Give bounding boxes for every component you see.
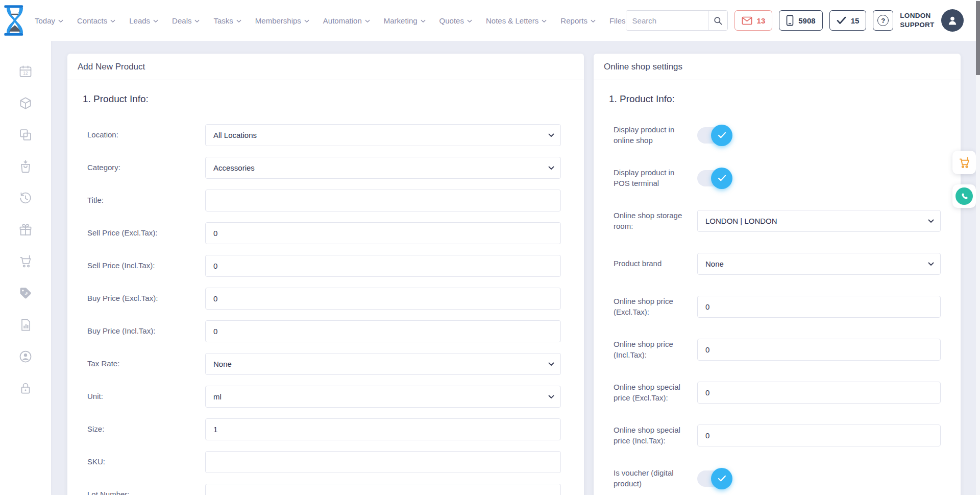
category-select[interactable]: Accessories: [205, 157, 561, 179]
help-button[interactable]: ?: [873, 10, 893, 31]
form-row-is-voucher-digital-product: Is voucher (digital product): [614, 467, 943, 489]
sell-price-excl-tax-input[interactable]: [205, 222, 561, 244]
field-label: Title:: [87, 195, 205, 205]
nav-item-marketing[interactable]: Marketing: [384, 16, 426, 25]
history-icon[interactable]: [18, 191, 33, 205]
nav-item-tasks[interactable]: Tasks: [213, 16, 241, 25]
online-shop-special-price-excl-tax-input[interactable]: [697, 382, 941, 404]
field-label: Location:: [87, 130, 205, 140]
user-name: LONDON SUPPORT: [900, 11, 934, 29]
check-icon: [718, 475, 726, 482]
check-icon: [718, 132, 726, 138]
nav-item-leads[interactable]: Leads: [129, 16, 158, 25]
nav-item-files[interactable]: Files: [609, 16, 626, 25]
size-input[interactable]: [205, 418, 561, 440]
nav-item-label: Memberships: [255, 16, 301, 25]
scrollbar-thumb[interactable]: [976, 1, 980, 75]
is-voucher-digital-product-toggle[interactable]: [697, 470, 731, 487]
phone-call-button[interactable]: [952, 184, 976, 208]
nav-item-memberships[interactable]: Memberships: [255, 16, 309, 25]
report-icon[interactable]: [18, 318, 33, 332]
nav-item-label: Today: [35, 16, 55, 25]
chevron-down-icon: [591, 19, 596, 23]
form-row-lot-number: Lot Number:: [87, 484, 567, 495]
cart-icon[interactable]: [18, 254, 33, 269]
chevron-down-icon: [236, 19, 241, 23]
form-row-display-product-in-pos-terminal: Display product in POS terminal: [614, 167, 943, 189]
lot-number-input[interactable]: [205, 484, 561, 495]
tasks-count: 15: [851, 16, 860, 25]
form-row-location: Location:All Locations: [87, 124, 567, 146]
chevron-down-icon: [58, 19, 63, 23]
buy-price-excl-tax-input[interactable]: [205, 288, 561, 310]
nav-item-label: Quotes: [439, 16, 464, 25]
form-row-sell-price-incl-tax: Sell Price (Incl.Tax):: [87, 255, 567, 277]
toggle-knob: [711, 168, 732, 189]
lock-icon[interactable]: [18, 381, 33, 395]
field-label: SKU:: [87, 457, 205, 467]
form-row-online-shop-storage-room: Online shop storage room:LONDON | LONDON: [614, 210, 943, 232]
nav-item-reports[interactable]: Reports: [560, 16, 596, 25]
package-icon[interactable]: [18, 96, 33, 110]
nav-item-label: Reports: [560, 16, 587, 25]
location-select[interactable]: All Locations: [205, 124, 561, 146]
sku-input[interactable]: [205, 451, 561, 473]
field-label: Is voucher (digital product): [614, 468, 697, 489]
calendar-icon[interactable]: 12: [18, 64, 33, 79]
tasks-badge[interactable]: 15: [829, 10, 867, 31]
online-shop-price-excl-tax-input[interactable]: [697, 296, 941, 318]
top-navbar: TodayContactsLeadsDealsTasksMembershipsA…: [0, 0, 980, 41]
search-icon: [713, 16, 723, 26]
checkmark-icon: [837, 16, 846, 25]
display-product-in-online-shop-toggle[interactable]: [697, 127, 731, 144]
form-row-category: Category:Accessories: [87, 157, 567, 179]
app-logo[interactable]: [0, 5, 30, 36]
chevron-down-icon: [153, 19, 158, 23]
field-label: Online shop special price (Incl.Tax):: [614, 425, 697, 446]
nav-item-quotes[interactable]: Quotes: [439, 16, 472, 25]
user-avatar[interactable]: [941, 9, 964, 32]
nav-item-notes-letters[interactable]: Notes & Letters: [486, 16, 547, 25]
gift-icon[interactable]: [18, 223, 33, 237]
nav-item-today[interactable]: Today: [35, 16, 63, 25]
form-row-title: Title:: [87, 190, 567, 211]
chevron-down-icon: [421, 19, 426, 23]
form-row-online-shop-special-price-excl-tax: Online shop special price (Excl.Tax):: [614, 382, 943, 404]
global-search: [626, 10, 728, 31]
add-new-product-card: Add New Product 1. Product Info: Locatio…: [67, 54, 584, 495]
check-icon: [718, 175, 726, 181]
field-label: Unit:: [87, 391, 205, 402]
unit-select[interactable]: ml: [205, 386, 561, 408]
buy-price-incl-tax-input[interactable]: [205, 320, 561, 342]
field-label: Display product in POS terminal: [614, 168, 697, 188]
online-shop-special-price-incl-tax-input[interactable]: [697, 425, 941, 446]
chevron-down-icon: [304, 19, 309, 23]
product-brand-select[interactable]: None: [697, 253, 941, 275]
nav-item-automation[interactable]: Automation: [323, 16, 370, 25]
section-title: 1. Product Info:: [82, 93, 567, 105]
online-shop-storage-room-select[interactable]: LONDON | LONDON: [697, 210, 941, 232]
copy-icon[interactable]: [18, 128, 33, 142]
form-row-buy-price-incl-tax: Buy Price (Incl.Tax):: [87, 320, 567, 342]
nav-item-deals[interactable]: Deals: [172, 16, 200, 25]
online-shop-price-incl-tax-input[interactable]: [697, 339, 941, 361]
sell-price-incl-tax-input[interactable]: [205, 255, 561, 277]
support-icon[interactable]: [18, 349, 33, 364]
price-tag-icon[interactable]: $: [18, 286, 33, 300]
bag-receive-icon[interactable]: [18, 159, 33, 174]
search-input[interactable]: [626, 11, 708, 30]
smartphone-icon: [786, 15, 794, 26]
search-button[interactable]: [708, 11, 727, 30]
messages-badge[interactable]: 13: [734, 10, 773, 31]
online-shop-cart-button[interactable]: [952, 151, 976, 174]
phone-badge[interactable]: 5908: [779, 10, 822, 31]
tax-rate-select[interactable]: None: [205, 353, 561, 375]
display-product-in-pos-terminal-toggle[interactable]: [697, 170, 731, 186]
title-input[interactable]: [205, 190, 561, 211]
cart-icon: [958, 156, 971, 169]
form-row-buy-price-excl-tax: Buy Price (Excl.Tax):: [87, 288, 567, 310]
form-row-sell-price-excl-tax: Sell Price (Excl.Tax):: [87, 222, 567, 244]
nav-item-contacts[interactable]: Contacts: [77, 16, 115, 25]
vertical-scrollbar[interactable]: [976, 0, 980, 495]
phone-icon: [960, 192, 969, 201]
